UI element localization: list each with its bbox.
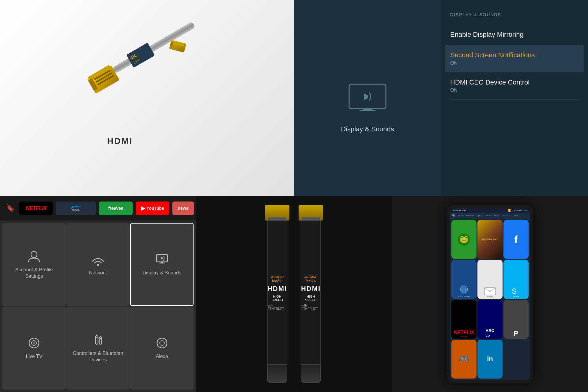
silk-browser-icon — [458, 285, 470, 296]
hdmi-connector-top-1 — [265, 205, 289, 221]
bottom-row: 🔖 NETFLIX prime video freevee ▶YouTube n… — [0, 196, 588, 392]
games-tab[interactable]: Games — [466, 214, 474, 217]
top-right-panel: Display & Sounds DISPLAY & SOUNDS Enable… — [294, 0, 588, 196]
svg-point-23 — [31, 251, 37, 258]
hdmi-cables-panel: amazon basics HDMI HIGH SPEED with ETHER… — [196, 196, 392, 392]
menu-label-livetv: Live TV — [26, 353, 42, 360]
skype-icon: S — [511, 286, 522, 296]
hdmi-connector-bottom-2 — [301, 364, 321, 383]
books-tab[interactable]: Books — [485, 214, 492, 217]
app-grid: 🐸 DIVERGENT f — [450, 219, 530, 380]
videos-tab[interactable]: Videos — [503, 214, 510, 217]
highspeed-label-1: HIGH SPEED — [268, 295, 287, 302]
youtube-nav-button[interactable]: ▶YouTube — [136, 202, 169, 215]
kindle-fire-panel: Emma's Fire 📶 100% 9:06 AM 🔍 Shop Games … — [392, 196, 588, 392]
hdmi-connector-bottom-1 — [267, 364, 287, 383]
firetv-top-bar: 🔖 NETFLIX prime video freevee ▶YouTube n… — [0, 196, 196, 221]
game2-icon: 🎮 — [459, 354, 469, 364]
kindle-screen: Emma's Fire 📶 100% 9:06 AM 🔍 Shop Games … — [450, 208, 530, 380]
web-tab[interactable]: Web — [513, 214, 518, 217]
netflix-label: Netflix — [461, 335, 467, 337]
cut-rope-icon: 🐸 — [456, 232, 472, 247]
settings-item-title-mirror: Enable Display Mirroring — [450, 31, 579, 39]
account-icon — [27, 250, 41, 263]
app-email[interactable]: Email — [477, 260, 503, 299]
linkedin-icon: in — [487, 355, 493, 363]
freevee-nav-button[interactable]: freevee — [99, 202, 133, 215]
svg-text:🐸: 🐸 — [459, 235, 469, 243]
prime-video-nav-button[interactable]: prime video — [56, 202, 96, 215]
livetv-icon — [27, 336, 41, 350]
firetv-menu-grid: Account & ProfileSettings Network — [0, 221, 196, 392]
settings-category-label: DISPLAY & SOUNDS — [450, 12, 579, 17]
hdmi-cable-1: amazon basics HDMI HIGH SPEED with ETHER… — [265, 205, 289, 383]
app-hbo[interactable]: HBOGO — [477, 300, 503, 339]
menu-item-display-sounds[interactable]: Display & Sounds — [130, 223, 194, 306]
tv-with-sound-icon — [346, 81, 389, 118]
menu-item-livetv[interactable]: Live TV — [2, 307, 66, 390]
app-netflix[interactable]: NETFLIX Netflix — [451, 300, 477, 339]
app-silk-browser[interactable]: Silk Browser — [451, 260, 477, 299]
hdmi-cable-body-1: amazon basics HDMI HIGH SPEED with ETHER… — [267, 221, 287, 364]
svg-point-42 — [160, 341, 164, 345]
settings-item-hdmicec[interactable]: HDMI CEC Device Control ON — [450, 72, 579, 100]
settings-item-subtitle-secondscreen: ON — [450, 60, 579, 66]
bookmark-icon: 🔖 — [6, 204, 14, 212]
hdmi-cable-body-2: amazon basics HDMI HIGH SPEED with ETHER… — [301, 221, 321, 364]
display-sounds-icon-panel: Display & Sounds — [294, 0, 441, 196]
amazon-logo-1: amazon basics — [268, 274, 287, 283]
menu-label-alexa: Alexa — [156, 353, 168, 360]
settings-item-mirror[interactable]: Enable Display Mirroring — [450, 24, 579, 45]
menu-item-alexa[interactable]: Alexa — [130, 307, 194, 390]
news-nav-button[interactable]: news — [172, 202, 194, 215]
display-sounds-icon — [155, 253, 169, 266]
device-name-label: Emma's Fire — [453, 209, 466, 212]
app-puzzle[interactable]: P — [503, 300, 529, 339]
netflix-nav-button[interactable]: NETFLIX — [19, 202, 53, 215]
top-left-panel: 4K UHD HDMI — [0, 0, 294, 196]
svg-text:HDMI: HDMI — [107, 136, 133, 146]
app-divergent[interactable]: DIVERGENT — [477, 220, 503, 259]
display-sounds-section-label: Display & Sounds — [341, 125, 394, 133]
menu-item-controllers[interactable]: Controllers & BluetoothDevices — [66, 307, 130, 390]
menu-label-account: Account & ProfileSettings — [15, 267, 53, 280]
app-game2[interactable]: 🎮 — [451, 340, 477, 379]
settings-item-secondscreen[interactable]: Second Screen Notifications ON — [445, 45, 584, 72]
puzzle-icon: P — [514, 330, 518, 337]
settings-item-title-hdmicec: HDMI CEC Device Control — [450, 78, 579, 86]
amazon-logo-2: amazon basics — [301, 274, 320, 283]
highspeed-label-2: HIGH SPEED — [301, 295, 320, 302]
settings-item-title-secondscreen: Second Screen Notifications — [450, 51, 579, 59]
tablet-status-bar: Emma's Fire 📶 100% 9:06 AM — [450, 208, 530, 213]
silk-label: Silk Browser — [458, 296, 470, 298]
menu-item-network[interactable]: Network — [66, 223, 130, 306]
hdmi-connector-top-2 — [299, 205, 323, 221]
menu-label-display-sounds: Display & Sounds — [143, 270, 181, 276]
firetv-menu-panel: 🔖 NETFLIX prime video freevee ▶YouTube n… — [0, 196, 196, 392]
hdmi-label-2: HDMI — [301, 285, 321, 293]
app-nav-bar: NETFLIX prime video freevee ▶YouTube new… — [19, 202, 194, 215]
ethernet-label-2: with ETHERNET — [301, 304, 320, 311]
app-skype[interactable]: S Skype — [503, 260, 529, 299]
network-icon — [91, 253, 105, 266]
shop-tab[interactable]: Shop — [458, 214, 464, 217]
music-tab[interactable]: Music — [494, 214, 500, 217]
svg-text:S: S — [512, 287, 517, 295]
skype-label: Skype — [513, 296, 519, 298]
alexa-icon — [155, 336, 169, 350]
product-image-bg: 4K UHD HDMI — [0, 0, 294, 196]
divergent-label: DIVERGENT — [481, 237, 499, 242]
apps-tab[interactable]: Apps — [477, 214, 482, 217]
app-cut-the-rope[interactable]: 🐸 — [451, 220, 477, 259]
svg-point-41 — [157, 338, 167, 348]
app-linkedin[interactable]: in — [477, 340, 503, 379]
email-label: Email — [487, 296, 493, 298]
svg-point-39 — [100, 338, 101, 339]
hdmi-cable-illustration: 4K UHD HDMI — [70, 21, 224, 175]
search-nav-icon[interactable]: 🔍 — [452, 214, 456, 217]
email-icon — [484, 286, 496, 296]
ethernet-label-1: with ETHERNET — [268, 304, 287, 311]
app-facebook[interactable]: f — [503, 220, 529, 259]
menu-item-account[interactable]: Account & ProfileSettings — [2, 223, 66, 306]
menu-label-controllers: Controllers & BluetoothDevices — [73, 350, 123, 363]
